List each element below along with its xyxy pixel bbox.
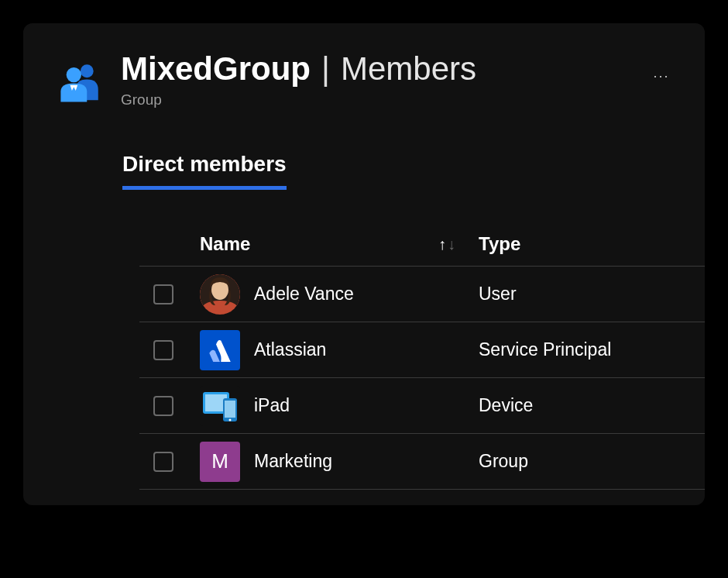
column-type-label: Type [479, 233, 520, 254]
more-actions-button[interactable]: ··· [649, 67, 674, 85]
tab-direct-members[interactable]: Direct members [122, 152, 287, 190]
table-header: Name ↑↓ Type [139, 233, 705, 267]
page-header: MixedGroup | Members Group [23, 51, 705, 108]
avatar-app-icon [200, 330, 240, 370]
title-separator: | [321, 51, 330, 87]
svg-point-0 [81, 64, 94, 77]
group-name: MixedGroup [121, 51, 311, 87]
avatar-initial-letter: M [211, 449, 228, 473]
row-checkbox[interactable] [153, 284, 173, 304]
tabs: Direct members [23, 152, 705, 190]
member-name: iPad [254, 395, 290, 416]
svg-point-9 [229, 418, 232, 421]
member-name: Marketing [254, 451, 332, 472]
name-cell: iPad [200, 386, 479, 426]
column-header-type[interactable]: Type [479, 233, 520, 255]
name-cell: Adele Vance [200, 274, 479, 315]
ellipsis-icon: ··· [653, 68, 669, 84]
sort-icon: ↑↓ [438, 236, 455, 253]
row-checkbox[interactable] [153, 396, 173, 416]
table-row[interactable]: M Marketing Group [139, 434, 705, 490]
members-panel: MixedGroup | Members Group ··· Direct me… [23, 23, 705, 505]
header-text: MixedGroup | Members Group [121, 51, 669, 108]
table-row[interactable]: Adele Vance User [139, 267, 705, 322]
member-name: Atlassian [254, 339, 326, 360]
name-cell: Atlassian [200, 330, 479, 370]
row-checkbox[interactable] [153, 340, 173, 360]
avatar-initial-icon: M [200, 442, 240, 482]
row-checkbox[interactable] [153, 452, 173, 472]
members-table: Name ↑↓ Type [23, 233, 705, 490]
member-type: User [479, 284, 517, 304]
table-row[interactable]: Atlassian Service Principal [139, 322, 705, 378]
section-title: Members [341, 51, 476, 87]
table-row[interactable]: iPad Device [139, 378, 705, 434]
member-type: Service Principal [479, 339, 611, 360]
avatar-device-icon [200, 386, 240, 426]
member-type: Device [479, 395, 533, 416]
group-icon [59, 59, 104, 104]
avatar-person-icon [200, 274, 240, 315]
member-type: Group [479, 451, 528, 472]
page-title: MixedGroup | Members [121, 51, 669, 87]
column-name-label: Name [200, 233, 250, 255]
name-cell: M Marketing [200, 442, 479, 482]
svg-point-1 [67, 67, 81, 82]
page-subtitle: Group [121, 91, 669, 108]
svg-rect-8 [225, 401, 235, 418]
member-name: Adele Vance [254, 284, 354, 304]
column-header-name[interactable]: Name ↑↓ [200, 233, 479, 255]
